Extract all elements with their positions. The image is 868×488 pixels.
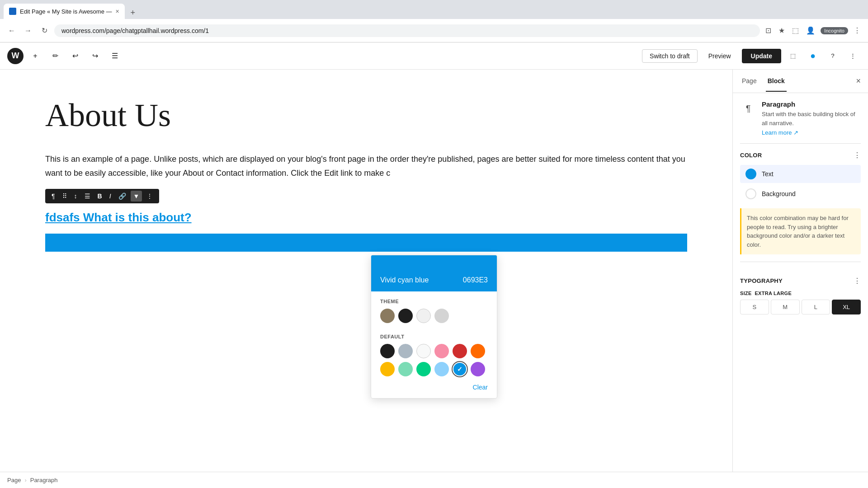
size-m-btn[interactable]: M <box>771 300 800 314</box>
profile-icon[interactable]: 👤 <box>804 24 817 37</box>
status-bar: Page › Paragraph <box>0 472 868 488</box>
bookmark-icon[interactable]: ★ <box>777 24 787 37</box>
theme-swatches <box>380 309 488 323</box>
swatch-white2[interactable] <box>416 344 431 358</box>
background-color-option[interactable]: Background <box>740 185 861 203</box>
wp-logo-text: W <box>12 51 19 61</box>
link-block[interactable]: fdsafs What is this about? <box>45 211 687 225</box>
swatch-vivid-green[interactable] <box>416 362 431 376</box>
status-sep: › <box>24 477 26 483</box>
color-section-header: Color ⋮ <box>740 151 861 160</box>
more-options-btn[interactable]: ⋮ <box>144 191 156 202</box>
warning-box: This color combination may be hard for p… <box>740 208 861 254</box>
swatch-vivid-cyan[interactable] <box>453 362 467 376</box>
sidebar-content: ¶ Paragraph Start with the basic buildin… <box>733 93 868 322</box>
help-icon[interactable]: ? <box>825 48 841 64</box>
sidebar-close-btn[interactable]: × <box>856 76 861 86</box>
size-s-btn[interactable]: S <box>740 300 769 314</box>
swatch-vivid-red[interactable] <box>453 344 467 358</box>
list-icon: ☰ <box>112 52 118 60</box>
swatch-light-gray[interactable] <box>434 309 449 323</box>
move-btn[interactable]: ↕ <box>71 191 80 202</box>
swatch-white[interactable] <box>416 309 431 323</box>
swatch-tan[interactable] <box>380 309 395 323</box>
swatch-gray[interactable] <box>398 344 413 358</box>
preview-btn[interactable]: Preview <box>701 49 738 63</box>
text-color-option[interactable]: Text <box>740 165 861 183</box>
size-l-btn[interactable]: L <box>802 300 830 314</box>
browser-more-icon[interactable]: ⋮ <box>852 24 863 37</box>
list-view-btn[interactable]: ☰ <box>107 48 123 64</box>
swatch-light-green[interactable] <box>398 362 413 376</box>
block-details: Paragraph Start with the basic building … <box>762 100 861 136</box>
forward-btn[interactable]: → <box>22 24 34 37</box>
browser-chrome: Edit Page « My Site is Awesome — × + ← →… <box>0 0 868 42</box>
color-preview-bar: Vivid cyan blue 0693E3 <box>371 255 497 291</box>
clear-btn[interactable]: Clear <box>473 384 488 391</box>
address-input[interactable] <box>54 24 760 37</box>
edit-btn[interactable]: ✏ <box>47 48 63 64</box>
swatch-amber[interactable] <box>380 362 395 376</box>
color-picker-footer: Clear <box>371 380 497 398</box>
toolbar-more-icon[interactable]: ⋮ <box>844 48 861 64</box>
undo-btn[interactable]: ↩ <box>67 48 83 64</box>
new-tab-btn[interactable]: + <box>127 6 139 19</box>
wp-toolbar: W + ✏ ↩ ↪ ☰ Switch to draft Preview Upda… <box>0 42 868 70</box>
background-color-label: Background <box>762 190 796 197</box>
tab-bar: Edit Page « My Site is Awesome — × + <box>0 0 868 19</box>
right-sidebar: Page Block × ¶ Paragraph Start with the … <box>732 70 868 472</box>
status-page[interactable]: Page <box>7 477 21 483</box>
swatch-purple[interactable] <box>471 362 485 376</box>
switch-draft-btn[interactable]: Switch to draft <box>642 49 698 63</box>
size-label: SIZE EXTRA LARGE <box>740 291 861 296</box>
block-title: Paragraph <box>762 100 861 108</box>
text-color-label: Text <box>762 170 774 178</box>
editor-canvas[interactable]: About Us This is an example of a page. U… <box>0 70 732 472</box>
paragraph-type-btn[interactable]: ¶ <box>49 191 58 202</box>
text-color-dot <box>745 169 756 179</box>
browser-actions: ⊡ ★ ⬚ 👤 Incognito ⋮ <box>764 24 863 37</box>
tab-title: Edit Page « My Site is Awesome — <box>20 8 112 15</box>
size-value: EXTRA LARGE <box>755 291 792 296</box>
paragraph-block[interactable]: This is an example of a page. Unlike pos… <box>45 152 687 180</box>
undo-icon: ↩ <box>72 52 78 60</box>
sidebar-header: Page Block × <box>733 70 868 93</box>
tab-block[interactable]: Block <box>766 71 787 92</box>
align-btn[interactable]: ☰ <box>82 191 93 202</box>
wp-logo[interactable]: W <box>7 48 24 64</box>
update-btn[interactable]: Update <box>742 49 781 63</box>
block-info: ¶ Paragraph Start with the basic buildin… <box>740 100 861 144</box>
layout-icon[interactable]: ⬚ <box>785 48 801 64</box>
drag-handle-btn[interactable]: ⠿ <box>60 191 70 202</box>
back-btn[interactable]: ← <box>5 24 18 37</box>
size-buttons: S M L XL <box>740 300 861 314</box>
swatch-black[interactable] <box>398 309 413 323</box>
color-section-menu-btn[interactable]: ⋮ <box>854 151 861 160</box>
italic-btn[interactable]: I <box>107 191 114 202</box>
tab-page[interactable]: Page <box>740 71 759 92</box>
sidebar-toggle-icon[interactable]: ⬚ <box>790 24 801 37</box>
typography-menu-btn[interactable]: ⋮ <box>854 277 861 285</box>
wp-dot-icon[interactable]: ● <box>805 48 821 64</box>
highlighted-block[interactable] <box>45 234 687 252</box>
redo-btn[interactable]: ↪ <box>87 48 103 64</box>
swatch-pale-pink[interactable] <box>434 344 449 358</box>
cast-icon[interactable]: ⊡ <box>764 24 773 37</box>
size-xl-btn[interactable]: XL <box>832 300 861 314</box>
incognito-badge: Incognito <box>821 27 848 34</box>
status-paragraph[interactable]: Paragraph <box>30 477 58 483</box>
theme-label: THEME <box>380 299 488 304</box>
active-tab[interactable]: Edit Page « My Site is Awesome — × <box>4 4 125 19</box>
swatch-pale-cyan[interactable] <box>434 362 449 376</box>
swatch-black2[interactable] <box>380 344 395 358</box>
edit-icon: ✏ <box>52 52 58 60</box>
tab-close-btn[interactable]: × <box>116 8 119 15</box>
learn-more-link[interactable]: Learn more ↗ <box>762 129 861 136</box>
bold-btn[interactable]: B <box>95 191 105 202</box>
reload-btn[interactable]: ↻ <box>38 24 51 37</box>
swatch-orange[interactable] <box>471 344 485 358</box>
add-block-btn[interactable]: + <box>27 48 43 64</box>
color-section-title: Color <box>740 152 762 159</box>
link-btn[interactable]: 🔗 <box>116 191 129 202</box>
dropdown-btn[interactable]: ▼ <box>131 191 142 202</box>
